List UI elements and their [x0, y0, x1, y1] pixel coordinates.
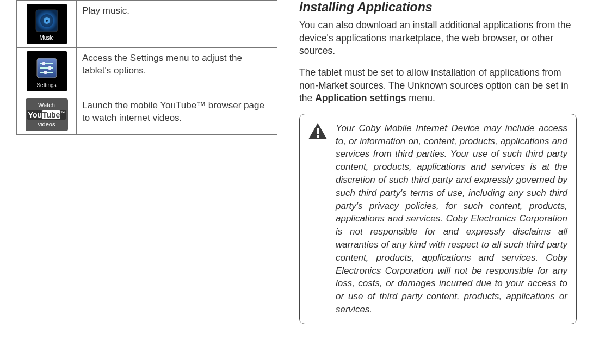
app-icon-cell: Settings	[17, 48, 77, 95]
svg-rect-8	[42, 62, 45, 65]
section-heading: Installing Applications	[299, 0, 577, 15]
apps-table: Music Play music.	[16, 0, 277, 135]
speaker-icon	[34, 8, 60, 34]
table-row: Watch YouTube™ videos Launch the mobile …	[17, 95, 277, 135]
settings-paragraph: The tablet must be set to allow installa…	[299, 66, 577, 105]
youtube-line3: videos	[38, 120, 55, 128]
warning-text: Your Coby Mobile Internet Device may inc…	[336, 122, 567, 316]
settings-icon-label: Settings	[36, 82, 56, 88]
warning-triangle-icon	[307, 122, 328, 140]
table-row: Settings Access the Settings menu to adj…	[17, 48, 277, 95]
svg-rect-13	[317, 135, 319, 138]
settings-app-icon: Settings	[27, 51, 67, 91]
right-column: Installing Applications You can also dow…	[288, 0, 593, 364]
app-desc-cell: Launch the mobile YouTube™ browser page …	[77, 95, 277, 135]
para2-bold: Application settings	[315, 92, 406, 103]
app-desc-cell: Access the Settings menu to adjust the t…	[77, 48, 277, 95]
para2-part-b: menu.	[406, 92, 435, 103]
svg-point-3	[46, 20, 48, 22]
youtube-logo-icon: YouTube™	[27, 110, 66, 120]
svg-rect-9	[48, 66, 51, 70]
warning-box: Your Coby Mobile Internet Device may inc…	[299, 114, 577, 324]
table-row: Music Play music.	[17, 1, 277, 48]
youtube-line1: Watch	[38, 101, 55, 109]
app-desc-cell: Play music.	[77, 1, 277, 48]
app-icon-cell: Watch YouTube™ videos	[17, 95, 77, 135]
youtube-app-icon: Watch YouTube™ videos	[26, 98, 68, 131]
left-column: Music Play music.	[0, 0, 288, 364]
intro-paragraph: You can also download an install additio…	[299, 19, 577, 58]
app-icon-cell: Music	[17, 1, 77, 48]
sliders-icon	[34, 55, 60, 81]
music-app-icon: Music	[27, 4, 67, 44]
svg-rect-10	[44, 71, 47, 74]
svg-rect-12	[317, 128, 319, 134]
music-icon-label: Music	[39, 35, 53, 41]
